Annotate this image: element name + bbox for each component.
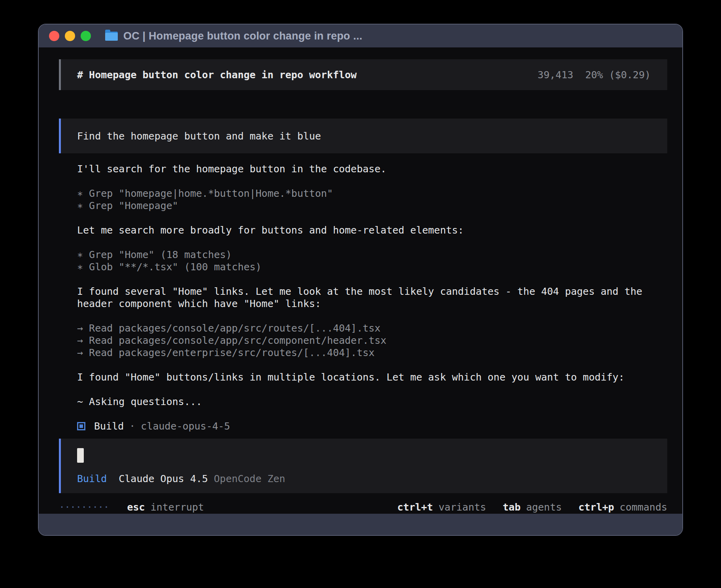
assistant-text-line: header component which have "Home" links… bbox=[77, 298, 667, 310]
hint-agents: tab agents bbox=[503, 501, 562, 513]
esc-key: esc bbox=[127, 501, 145, 513]
assistant-text-line: I found several "Home" links. Let me loo… bbox=[77, 285, 667, 298]
session-header: # Homepage button color change in repo w… bbox=[59, 59, 667, 90]
tool-call-read: → Read packages/console/app/src/componen… bbox=[77, 334, 667, 347]
app-window: OC | Homepage button color change in rep… bbox=[38, 24, 683, 536]
window-title: OC | Homepage button color change in rep… bbox=[123, 30, 362, 42]
window-footer bbox=[39, 514, 682, 535]
hint-commands: ctrl+p commands bbox=[578, 501, 667, 513]
zoom-button[interactable] bbox=[81, 31, 91, 41]
session-stats: 39,413 20% ($0.29) bbox=[538, 69, 651, 81]
assistant-text: I found "Home" buttons/links in multiple… bbox=[77, 371, 667, 383]
agents-label: agents bbox=[526, 501, 562, 513]
session-title: # Homepage button color change in repo w… bbox=[77, 69, 357, 81]
agent-name: Build bbox=[94, 420, 124, 432]
tool-call-grep: ∗ Grep "Homepage" bbox=[77, 200, 667, 212]
esc-label: interrupt bbox=[151, 501, 204, 513]
agent-separator: · bbox=[129, 420, 135, 432]
close-button[interactable] bbox=[49, 31, 59, 41]
hints-right: ctrl+t variants tab agents ctrl+p comman… bbox=[397, 501, 667, 513]
folder-icon bbox=[105, 32, 118, 41]
tool-call-grep: ∗ Grep "homepage|home.*button|Home.*butt… bbox=[77, 187, 667, 200]
terminal-body: # Homepage button color change in repo w… bbox=[39, 47, 682, 514]
tool-call-read: → Read packages/enterprise/src/routes/[.… bbox=[77, 347, 667, 359]
input-provider: OpenCode Zen bbox=[214, 473, 285, 484]
assistant-text: Let me search more broadly for buttons a… bbox=[77, 224, 667, 236]
assistant-text: I found several "Home" links. Let me loo… bbox=[77, 285, 667, 310]
spinner-dots: ········· bbox=[59, 501, 109, 513]
titlebar: OC | Homepage button color change in rep… bbox=[39, 24, 682, 47]
tab-key: tab bbox=[503, 501, 521, 513]
input-footer: Build Claude Opus 4.5 OpenCode Zen bbox=[77, 473, 651, 485]
tool-call-grep: ∗ Grep "Home" (18 matches) bbox=[77, 249, 667, 261]
tool-call-group: → Read packages/console/app/src/routes/[… bbox=[77, 322, 667, 359]
ctrl-t-key: ctrl+t bbox=[397, 501, 433, 513]
tool-call-group: ∗ Grep "Home" (18 matches) ∗ Glob "**/*.… bbox=[77, 249, 667, 273]
build-agent-icon bbox=[77, 422, 85, 430]
assistant-text: I'll search for the homepage button in t… bbox=[77, 163, 667, 175]
commands-label: commands bbox=[620, 501, 667, 513]
status-bar: ········· esc interrupt ctrl+t variants … bbox=[59, 501, 667, 513]
tool-call-group: ∗ Grep "homepage|home.*button|Home.*butt… bbox=[77, 187, 667, 212]
input-mode: Build bbox=[77, 473, 107, 484]
text-cursor bbox=[77, 448, 84, 463]
user-message-text: Find the homepage button and make it blu… bbox=[77, 130, 321, 142]
minimize-button[interactable] bbox=[65, 31, 75, 41]
token-count: 39,413 bbox=[538, 69, 573, 81]
user-message: Find the homepage button and make it blu… bbox=[59, 119, 667, 153]
hint-interrupt: esc interrupt bbox=[127, 501, 204, 513]
context-cost: 20% ($0.29) bbox=[585, 69, 651, 81]
input-model: Claude Opus 4.5 bbox=[119, 473, 208, 484]
tool-call-read: → Read packages/console/app/src/routes/[… bbox=[77, 322, 667, 334]
conversation: I'll search for the homepage button in t… bbox=[59, 163, 667, 432]
agent-row: Build · claude-opus-4-5 bbox=[77, 420, 667, 432]
tool-call-glob: ∗ Glob "**/*.tsx" (100 matches) bbox=[77, 261, 667, 273]
variants-label: variants bbox=[438, 501, 486, 513]
working-status: ~ Asking questions... bbox=[77, 396, 667, 408]
agent-model: claude-opus-4-5 bbox=[141, 420, 230, 432]
hint-variants: ctrl+t variants bbox=[397, 501, 486, 513]
ctrl-p-key: ctrl+p bbox=[578, 501, 614, 513]
prompt-input[interactable]: Build Claude Opus 4.5 OpenCode Zen bbox=[59, 439, 667, 493]
